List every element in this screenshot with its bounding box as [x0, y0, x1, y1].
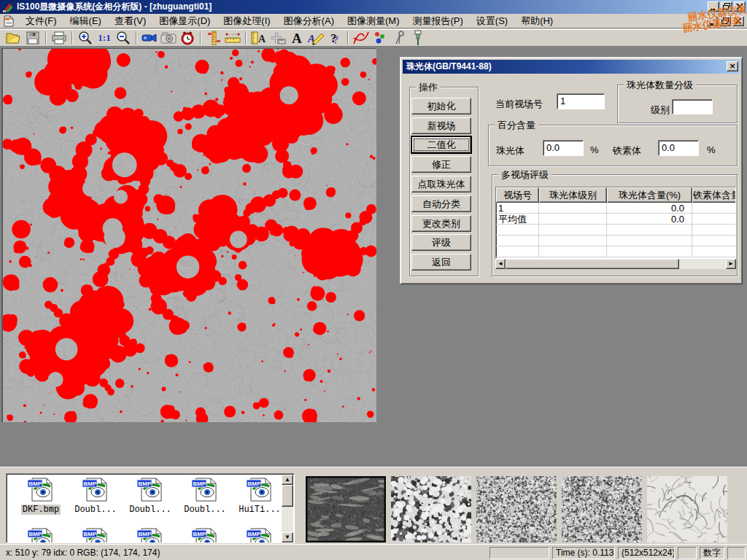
open-button[interactable]	[4, 30, 23, 46]
svg-text:BMP: BMP	[29, 481, 42, 487]
svg-text:BMP: BMP	[84, 481, 97, 487]
window-title: IS100显微摄像系统(金相分析版) - [zhuguangti01]	[17, 1, 212, 13]
scroll-up-arrow[interactable]: ▲	[282, 475, 293, 485]
scroll-down-arrow[interactable]: ▼	[282, 532, 293, 542]
ruler-button[interactable]	[223, 30, 242, 46]
zoom-out-button[interactable]	[114, 30, 133, 46]
svg-text:BMP: BMP	[139, 531, 152, 537]
operations-group-label: 操作	[416, 81, 441, 94]
table-horizontal-scrollbar[interactable]: ◄ ►	[495, 259, 736, 269]
thumbnail-5[interactable]	[647, 476, 727, 542]
grade-group: 珠光体数量分级 级别	[617, 85, 738, 123]
caliper-button[interactable]	[204, 30, 223, 46]
actual-size-button[interactable]: 1:1	[95, 30, 114, 46]
current-field-input[interactable]: 1	[557, 93, 605, 109]
menu-image-process[interactable]: 图像处理(I)	[217, 14, 276, 28]
svg-text:BMP: BMP	[139, 481, 152, 487]
initialize-button[interactable]: 初始化	[411, 98, 471, 114]
file-item[interactable]: BMP Doubl...	[179, 477, 231, 515]
scroll-thumb[interactable]	[282, 485, 293, 507]
col-field-no[interactable]: 视场号	[496, 187, 539, 203]
percent-group-label: 百分含量	[495, 119, 538, 132]
correct-button[interactable]: 修正	[411, 156, 471, 173]
rating-table-header: 视场号 珠光体级别 珠光体含量(%) 铁素体含量(%)	[496, 187, 735, 203]
print-button[interactable]	[50, 30, 69, 46]
col-pearlite-grade[interactable]: 珠光体级别	[539, 187, 607, 203]
table-row[interactable]: 1 0.0	[496, 203, 735, 214]
menu-image-display[interactable]: 图像显示(D)	[152, 14, 217, 28]
scroll-thumb[interactable]	[506, 259, 679, 269]
dialog-title-bar[interactable]: 珠光体(GB/T9441-88)	[403, 60, 740, 74]
ferrite-percent-sign: %	[707, 144, 716, 155]
return-button[interactable]: 返回	[411, 254, 471, 271]
measure-cross-button[interactable]	[268, 30, 287, 46]
menu-file[interactable]: 文件(F)	[19, 14, 63, 28]
menu-settings[interactable]: 设置(S)	[470, 14, 514, 28]
file-item[interactable]: BMP	[124, 527, 177, 543]
thumbnail-2[interactable]	[391, 476, 471, 542]
camera-button[interactable]	[159, 30, 178, 46]
help-button[interactable]: ??	[325, 30, 344, 46]
file-item[interactable]: BMP	[69, 527, 122, 543]
zoom-in-button[interactable]	[76, 30, 95, 46]
text-button[interactable]: A	[287, 30, 306, 46]
file-item[interactable]: BMP HuiTi...	[233, 477, 286, 515]
svg-text:BMP: BMP	[84, 531, 97, 537]
pearlite-percent-sign: %	[590, 144, 599, 155]
video-camera-button[interactable]	[140, 30, 159, 46]
timer-button[interactable]	[178, 30, 197, 46]
annotate-button[interactable]: A	[306, 30, 325, 46]
measure-text-button[interactable]: A	[249, 30, 268, 46]
svg-text:?: ?	[333, 33, 339, 45]
file-item[interactable]: BMP DKF.bmp	[15, 477, 67, 515]
pick-pearlite-button[interactable]: 点取珠光体	[411, 176, 471, 192]
menu-view[interactable]: 查看(V)	[108, 14, 152, 28]
needle-button[interactable]	[390, 30, 409, 46]
ferrite-input[interactable]: 0.0	[658, 140, 699, 156]
pin-button[interactable]	[409, 30, 427, 46]
file-item[interactable]: BMP Doubl...	[69, 477, 122, 515]
particles-button[interactable]	[371, 30, 390, 46]
svg-text:BMP: BMP	[193, 531, 206, 537]
col-ferrite-content[interactable]: 铁素体含量(%)	[692, 187, 736, 203]
table-row	[496, 246, 735, 257]
file-list[interactable]: BMP DKF.bmp BMP Doubl... BMP Doubl... BM…	[6, 473, 295, 543]
svg-text:BMP: BMP	[248, 531, 261, 537]
scroll-right-arrow[interactable]: ►	[726, 259, 736, 269]
thumbnail-3[interactable]	[476, 476, 557, 542]
new-field-button[interactable]: 新视场	[411, 117, 471, 134]
grade-input[interactable]	[672, 99, 713, 114]
auto-classify-button[interactable]: 自动分类	[411, 195, 471, 212]
document-icon[interactable]	[3, 15, 15, 27]
file-item[interactable]: BMP Doubl...	[124, 477, 177, 515]
svg-text:BMP: BMP	[248, 481, 261, 487]
menu-measure-report[interactable]: 测量报告(P)	[406, 14, 469, 28]
thumbnail-4[interactable]	[562, 476, 642, 542]
thumbnail-1[interactable]	[306, 476, 386, 542]
table-row[interactable]: 平均值 0.0	[496, 214, 735, 225]
file-browser-panel: BMP DKF.bmp BMP Doubl... BMP Doubl... BM…	[0, 467, 747, 544]
multi-field-group-label: 多视场评级	[498, 168, 551, 182]
change-class-button[interactable]: 更改类别	[411, 215, 471, 232]
col-pearlite-content[interactable]: 珠光体含量(%)	[607, 187, 692, 203]
file-item[interactable]: BMP	[233, 527, 286, 543]
rate-button[interactable]: 评级	[411, 234, 471, 251]
curve-tool-button[interactable]	[352, 30, 371, 46]
pearlite-input[interactable]: 0.0	[543, 140, 584, 156]
app-icon	[2, 1, 14, 13]
menu-bar: 文件(F) 编辑(E) 查看(V) 图像显示(D) 图像处理(I) 图像分析(A…	[0, 14, 747, 28]
menu-image-measure[interactable]: 图像测量(M)	[341, 14, 406, 28]
metallographic-image[interactable]	[1, 48, 376, 422]
svg-text:BMP: BMP	[29, 531, 42, 537]
save-button[interactable]	[23, 30, 42, 46]
menu-help[interactable]: 帮助(H)	[514, 14, 560, 28]
file-list-scrollbar[interactable]: ▲ ▼	[282, 475, 293, 542]
scroll-left-arrow[interactable]: ◄	[495, 259, 506, 269]
menu-image-analysis[interactable]: 图像分析(A)	[277, 14, 341, 28]
binarize-button[interactable]: 二值化	[411, 136, 471, 153]
menu-edit[interactable]: 编辑(E)	[63, 14, 108, 28]
file-item[interactable]: BMP	[179, 527, 231, 543]
dialog-close-button[interactable]: ×	[727, 61, 738, 71]
file-item[interactable]: BMP	[15, 527, 67, 543]
rating-table[interactable]: 视场号 珠光体级别 珠光体含量(%) 铁素体含量(%) 1 0.0 平均值 0.…	[495, 187, 736, 259]
